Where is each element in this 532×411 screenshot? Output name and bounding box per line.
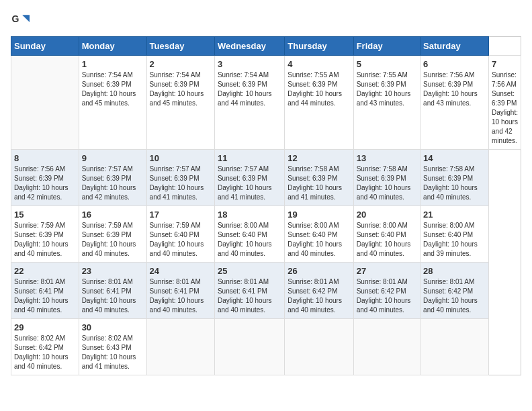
day-header-wednesday: Wednesday bbox=[214, 37, 284, 56]
day-detail: Sunrise: 8:01 AMSunset: 6:41 PMDaylight:… bbox=[218, 278, 272, 314]
day-detail: Sunrise: 8:00 AMSunset: 6:40 PMDaylight:… bbox=[423, 222, 478, 257]
day-number: 6 bbox=[423, 59, 486, 69]
calendar-day-cell: 2 Sunrise: 7:54 AMSunset: 6:39 PMDayligh… bbox=[146, 56, 214, 150]
calendar-day-cell bbox=[11, 56, 79, 150]
day-detail: Sunrise: 8:00 AMSunset: 6:40 PMDaylight:… bbox=[287, 222, 342, 257]
day-number: 28 bbox=[423, 266, 486, 276]
day-number: 3 bbox=[218, 59, 281, 69]
day-detail: Sunrise: 7:56 AMSunset: 6:39 PMDaylight:… bbox=[14, 165, 69, 201]
day-detail: Sunrise: 7:59 AMSunset: 6:39 PMDaylight:… bbox=[14, 222, 69, 257]
day-detail: Sunrise: 7:55 AMSunset: 6:39 PMDaylight:… bbox=[357, 71, 411, 107]
day-detail: Sunrise: 8:01 AMSunset: 6:41 PMDaylight:… bbox=[150, 278, 204, 314]
calendar-week-row: 8 Sunrise: 7:56 AMSunset: 6:39 PMDayligh… bbox=[11, 150, 521, 206]
day-number: 26 bbox=[287, 266, 350, 276]
calendar-day-cell: 4 Sunrise: 7:55 AMSunset: 6:39 PMDayligh… bbox=[285, 56, 353, 150]
day-detail: Sunrise: 8:01 AMSunset: 6:42 PMDaylight:… bbox=[423, 278, 478, 314]
day-header-saturday: Saturday bbox=[420, 37, 489, 56]
day-number: 1 bbox=[82, 59, 144, 69]
day-detail: Sunrise: 7:59 AMSunset: 6:40 PMDaylight:… bbox=[150, 222, 204, 257]
day-number: 22 bbox=[14, 266, 76, 276]
calendar-day-cell bbox=[353, 319, 420, 375]
day-number: 29 bbox=[14, 322, 76, 332]
day-number: 20 bbox=[357, 210, 417, 220]
day-detail: Sunrise: 7:57 AMSunset: 6:39 PMDaylight:… bbox=[82, 165, 136, 201]
calendar-day-cell: 27 Sunrise: 8:01 AMSunset: 6:42 PMDaylig… bbox=[353, 263, 420, 319]
calendar-day-cell: 12 Sunrise: 7:58 AMSunset: 6:39 PMDaylig… bbox=[285, 150, 353, 206]
logo: G bbox=[11, 11, 32, 30]
day-detail: Sunrise: 8:00 AMSunset: 6:40 PMDaylight:… bbox=[357, 222, 411, 257]
calendar-day-cell: 16 Sunrise: 7:59 AMSunset: 6:39 PMDaylig… bbox=[79, 206, 146, 263]
calendar-week-row: 22 Sunrise: 8:01 AMSunset: 6:41 PMDaylig… bbox=[11, 263, 521, 319]
svg-text:G: G bbox=[12, 13, 19, 24]
day-header-friday: Friday bbox=[353, 37, 420, 56]
day-number: 12 bbox=[287, 153, 350, 163]
calendar-day-cell bbox=[214, 319, 284, 375]
day-header-sunday: Sunday bbox=[11, 37, 79, 56]
calendar-day-cell: 29 Sunrise: 8:02 AMSunset: 6:42 PMDaylig… bbox=[11, 319, 79, 375]
calendar-header-row: SundayMondayTuesdayWednesdayThursdayFrid… bbox=[11, 37, 521, 56]
day-number: 30 bbox=[82, 322, 144, 332]
day-number: 21 bbox=[423, 210, 486, 220]
calendar-day-cell bbox=[285, 319, 353, 375]
calendar-day-cell bbox=[146, 319, 214, 375]
calendar-week-row: 29 Sunrise: 8:02 AMSunset: 6:42 PMDaylig… bbox=[11, 319, 521, 375]
day-detail: Sunrise: 8:01 AMSunset: 6:41 PMDaylight:… bbox=[14, 278, 69, 314]
calendar-day-cell bbox=[420, 319, 489, 375]
calendar-day-cell: 25 Sunrise: 8:01 AMSunset: 6:41 PMDaylig… bbox=[214, 263, 284, 319]
day-detail: Sunrise: 8:02 AMSunset: 6:42 PMDaylight:… bbox=[14, 334, 69, 370]
calendar-day-cell: 17 Sunrise: 7:59 AMSunset: 6:40 PMDaylig… bbox=[146, 206, 214, 263]
day-detail: Sunrise: 8:01 AMSunset: 6:42 PMDaylight:… bbox=[357, 278, 411, 314]
calendar-day-cell: 1 Sunrise: 7:54 AMSunset: 6:39 PMDayligh… bbox=[79, 56, 146, 150]
calendar-week-row: 1 Sunrise: 7:54 AMSunset: 6:39 PMDayligh… bbox=[11, 56, 521, 150]
day-number: 4 bbox=[287, 59, 350, 69]
day-number: 17 bbox=[150, 210, 212, 220]
calendar-day-cell: 6 Sunrise: 7:56 AMSunset: 6:39 PMDayligh… bbox=[420, 56, 489, 150]
day-detail: Sunrise: 8:01 AMSunset: 6:42 PMDaylight:… bbox=[287, 278, 342, 314]
day-detail: Sunrise: 7:58 AMSunset: 6:39 PMDaylight:… bbox=[357, 165, 411, 201]
day-detail: Sunrise: 7:54 AMSunset: 6:39 PMDaylight:… bbox=[82, 71, 136, 107]
calendar-day-cell: 7 Sunrise: 7:56 AMSunset: 6:39 PMDayligh… bbox=[489, 56, 521, 150]
day-number: 25 bbox=[218, 266, 281, 276]
calendar-day-cell: 28 Sunrise: 8:01 AMSunset: 6:42 PMDaylig… bbox=[420, 263, 489, 319]
day-detail: Sunrise: 7:58 AMSunset: 6:39 PMDaylight:… bbox=[423, 165, 478, 201]
day-detail: Sunrise: 7:54 AMSunset: 6:39 PMDaylight:… bbox=[218, 71, 272, 107]
day-number: 23 bbox=[82, 266, 144, 276]
day-detail: Sunrise: 8:01 AMSunset: 6:41 PMDaylight:… bbox=[82, 278, 136, 314]
day-number: 19 bbox=[287, 210, 350, 220]
day-number: 18 bbox=[218, 210, 281, 220]
day-number: 16 bbox=[82, 210, 144, 220]
calendar-day-cell: 20 Sunrise: 8:00 AMSunset: 6:40 PMDaylig… bbox=[353, 206, 420, 263]
day-number: 10 bbox=[150, 153, 212, 163]
day-detail: Sunrise: 7:57 AMSunset: 6:39 PMDaylight:… bbox=[150, 165, 204, 201]
day-header-thursday: Thursday bbox=[285, 37, 353, 56]
calendar-day-cell: 11 Sunrise: 7:57 AMSunset: 6:39 PMDaylig… bbox=[214, 150, 284, 206]
calendar-day-cell: 18 Sunrise: 8:00 AMSunset: 6:40 PMDaylig… bbox=[214, 206, 284, 263]
day-detail: Sunrise: 7:56 AMSunset: 6:39 PMDaylight:… bbox=[492, 71, 518, 144]
calendar-table: SundayMondayTuesdayWednesdayThursdayFrid… bbox=[11, 36, 521, 375]
calendar-day-cell: 14 Sunrise: 7:58 AMSunset: 6:39 PMDaylig… bbox=[420, 150, 489, 206]
calendar-day-cell: 15 Sunrise: 7:59 AMSunset: 6:39 PMDaylig… bbox=[11, 206, 79, 263]
day-number: 24 bbox=[150, 266, 212, 276]
day-number: 13 bbox=[357, 153, 417, 163]
day-number: 14 bbox=[423, 153, 486, 163]
calendar-week-row: 15 Sunrise: 7:59 AMSunset: 6:39 PMDaylig… bbox=[11, 206, 521, 263]
day-number: 8 bbox=[14, 153, 76, 163]
logo-icon: G bbox=[11, 11, 30, 30]
calendar-day-cell: 3 Sunrise: 7:54 AMSunset: 6:39 PMDayligh… bbox=[214, 56, 284, 150]
page-header: G bbox=[11, 11, 521, 30]
calendar-day-cell: 8 Sunrise: 7:56 AMSunset: 6:39 PMDayligh… bbox=[11, 150, 79, 206]
calendar-day-cell: 23 Sunrise: 8:01 AMSunset: 6:41 PMDaylig… bbox=[79, 263, 146, 319]
day-detail: Sunrise: 7:59 AMSunset: 6:39 PMDaylight:… bbox=[82, 222, 136, 257]
calendar-day-cell: 13 Sunrise: 7:58 AMSunset: 6:39 PMDaylig… bbox=[353, 150, 420, 206]
calendar-day-cell: 19 Sunrise: 8:00 AMSunset: 6:40 PMDaylig… bbox=[285, 206, 353, 263]
day-number: 11 bbox=[218, 153, 281, 163]
calendar-day-cell: 24 Sunrise: 8:01 AMSunset: 6:41 PMDaylig… bbox=[146, 263, 214, 319]
day-number: 15 bbox=[14, 210, 76, 220]
day-number: 5 bbox=[357, 59, 417, 69]
day-detail: Sunrise: 7:54 AMSunset: 6:39 PMDaylight:… bbox=[150, 71, 204, 107]
day-detail: Sunrise: 7:58 AMSunset: 6:39 PMDaylight:… bbox=[287, 165, 342, 201]
day-number: 27 bbox=[357, 266, 417, 276]
day-detail: Sunrise: 7:56 AMSunset: 6:39 PMDaylight:… bbox=[423, 71, 478, 107]
calendar-day-cell: 30 Sunrise: 8:02 AMSunset: 6:43 PMDaylig… bbox=[79, 319, 146, 375]
calendar-day-cell: 21 Sunrise: 8:00 AMSunset: 6:40 PMDaylig… bbox=[420, 206, 489, 263]
